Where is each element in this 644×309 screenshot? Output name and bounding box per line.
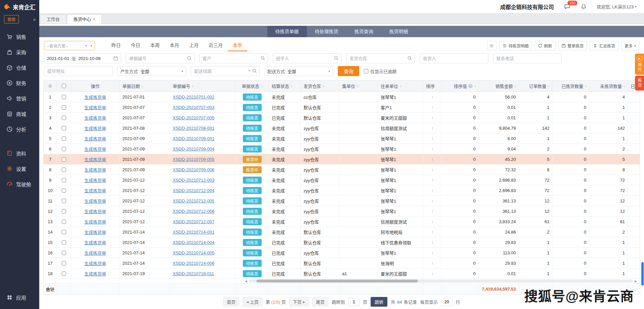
- query-plan-select[interactable]: --查询方案-- + ▾: [44, 41, 95, 50]
- sidebar-item-mall[interactable]: 商城: [0, 106, 39, 121]
- doc-no-link[interactable]: XSDD-20210714-006: [173, 261, 214, 266]
- sort-icons[interactable]: ↑↓: [141, 84, 143, 88]
- subtab-picking-detail[interactable]: 拣货明细: [381, 26, 416, 37]
- doc-no-link[interactable]: XSDD-20210714-004: [173, 240, 214, 245]
- column-settings-icon[interactable]: [48, 83, 53, 88]
- doc-no-link[interactable]: XSDD-20210708-001: [173, 126, 214, 131]
- close-tab-icon[interactable]: ×: [93, 17, 95, 22]
- collapse-sidebar-icon[interactable]: «: [33, 16, 36, 22]
- first-page-button[interactable]: 首页: [223, 297, 239, 307]
- generate-pick-order-link[interactable]: 生成拣货单: [84, 156, 106, 163]
- generate-pick-order-link[interactable]: 生成拣货单: [84, 208, 106, 214]
- row-checkbox[interactable]: [62, 271, 66, 276]
- generate-pick-order-link[interactable]: 生成拣货单: [84, 177, 106, 183]
- sort-icons[interactable]: ↑↓: [261, 84, 262, 88]
- quick-date-this-year[interactable]: 本年: [228, 40, 247, 51]
- sidebar-item-sales[interactable]: 销售: [0, 29, 39, 44]
- jump-page-input[interactable]: [348, 298, 360, 306]
- search-icon[interactable]: [252, 68, 257, 74]
- last-page-button[interactable]: 尾页: [312, 297, 328, 307]
- row-checkbox[interactable]: [62, 220, 66, 224]
- move-up-icon[interactable]: ↑: [431, 167, 434, 172]
- gen-method-select[interactable]: 产生方式 全部 ▾: [117, 66, 186, 76]
- settings-button[interactable]: [487, 41, 496, 50]
- search-icon[interactable]: [334, 56, 339, 62]
- pickup-address-input[interactable]: [44, 66, 113, 76]
- sort-icons[interactable]: ↑↓: [474, 84, 476, 88]
- hscroll-thumb[interactable]: [257, 280, 418, 283]
- doc-no-link[interactable]: XSDD-20210701-002: [173, 95, 214, 100]
- generate-pick-order-link[interactable]: 生成拣货单: [84, 115, 106, 121]
- help-icon[interactable]: ?: [468, 84, 473, 88]
- move-up-icon[interactable]: ↑: [431, 188, 434, 193]
- scroll-right-icon[interactable]: ▶: [635, 280, 637, 283]
- row-checkbox[interactable]: [62, 105, 66, 110]
- row-checkbox[interactable]: [62, 116, 66, 120]
- sidebar-item-finance[interactable]: 财务: [0, 75, 39, 90]
- pick-panel-button[interactable]: 拣货: [635, 76, 644, 90]
- doc-no-link[interactable]: XSDD-20210712-005: [173, 198, 214, 203]
- whole-order-pick-button[interactable]: 整单拣货: [558, 41, 587, 50]
- delivery-method-select[interactable]: 配送方式 全部 ▾: [264, 66, 333, 76]
- move-up-icon[interactable]: ↑: [431, 126, 434, 131]
- row-checkbox[interactable]: [62, 178, 66, 182]
- doc-no-link[interactable]: XSDD-20210712-007: [173, 219, 214, 224]
- doc-no-link[interactable]: XSDD-20210714-005: [173, 250, 214, 255]
- sort-icons[interactable]: ↑↓: [514, 84, 516, 88]
- refresh-button[interactable]: 刷新: [535, 41, 555, 50]
- overdue-filter[interactable]: 仅显示已逾期: [364, 68, 396, 74]
- summary-pick-button[interactable]: 汇总拣货: [590, 41, 619, 50]
- quick-date-yesterday[interactable]: 昨日: [106, 40, 126, 51]
- doc-no-link[interactable]: XSDD-20210709-004: [173, 146, 214, 151]
- scroll-left-icon[interactable]: ◀: [245, 280, 247, 283]
- move-up-icon[interactable]: ↑: [431, 261, 434, 266]
- user-menu[interactable]: 欢迎您, LK演示123 ▾: [597, 3, 637, 10]
- move-up-icon[interactable]: ↑: [431, 209, 434, 214]
- generate-pick-order-link[interactable]: 生成拣货单: [84, 187, 106, 194]
- tab-workbench[interactable]: 工作台: [40, 14, 66, 24]
- sidebar-item-marketing[interactable]: 营销: [0, 90, 39, 106]
- pinned-menu-button[interactable]: 常用: [4, 15, 19, 23]
- generate-pick-order-link[interactable]: 生成拣货单: [84, 219, 106, 225]
- subtab-pending-docs[interactable]: 待拣货单据: [267, 26, 307, 37]
- doc-no-link[interactable]: XSDD-20210709-006: [173, 167, 214, 172]
- move-up-icon[interactable]: ↑: [431, 240, 434, 245]
- doc-no-link[interactable]: XSDD-20210709-001: [173, 136, 214, 141]
- generate-pick-order-link[interactable]: 生成拣货单: [84, 125, 106, 131]
- row-checkbox[interactable]: [62, 261, 66, 265]
- generate-pick-order-link[interactable]: 生成拣货单: [84, 229, 106, 235]
- generate-pick-order-link[interactable]: 生成拣货单: [84, 135, 106, 142]
- warehouse-input[interactable]: [346, 53, 415, 63]
- generate-pick-order-link[interactable]: 生成拣货单: [84, 270, 106, 277]
- phone-input[interactable]: [493, 53, 562, 63]
- move-up-icon[interactable]: ↑: [431, 136, 434, 141]
- doc-no-link[interactable]: XSDD-20210712-006: [173, 209, 214, 214]
- quick-date-this-month[interactable]: 本月: [165, 40, 184, 51]
- row-checkbox[interactable]: [62, 199, 66, 203]
- sidebar-item-settings[interactable]: 设置: [0, 161, 39, 176]
- chevron-down-icon[interactable]: ▾: [89, 44, 92, 48]
- generate-pick-order-link[interactable]: 生成拣货单: [84, 250, 106, 256]
- generate-pick-order-link[interactable]: 生成拣货单: [84, 167, 106, 173]
- move-up-icon[interactable]: ↑: [431, 146, 434, 151]
- add-route-icon[interactable]: +: [248, 68, 251, 73]
- row-checkbox[interactable]: [62, 147, 66, 151]
- doc-no-link[interactable]: XSDD-20210709-005: [173, 157, 214, 162]
- doc-no-link[interactable]: XSDD-20210719-011: [173, 271, 214, 276]
- row-checkbox[interactable]: [62, 157, 66, 162]
- search-icon[interactable]: [407, 56, 412, 62]
- generate-pick-order-link[interactable]: 生成拣货单: [84, 239, 106, 246]
- quick-date-this-week[interactable]: 本周: [145, 40, 165, 51]
- sort-icons[interactable]: ↑↓: [585, 84, 586, 88]
- sort-icons[interactable]: ↑↓: [290, 84, 292, 88]
- date-range-picker[interactable]: 2021-01-01 至 2021-10-08: [44, 53, 121, 63]
- sidebar-item-analysis[interactable]: 分析: [0, 121, 39, 137]
- expand-panel-button[interactable]: ▶ 展开: [635, 54, 644, 75]
- doc-no-link[interactable]: XSDD-20210707-005: [173, 115, 214, 120]
- sort-icons[interactable]: ↑↓: [322, 84, 324, 88]
- doc-no-link[interactable]: XSDD-20210714-001: [173, 230, 214, 235]
- move-up-icon[interactable]: ↑: [431, 95, 434, 100]
- per-page-input[interactable]: [441, 298, 452, 306]
- quick-date-last-3-months[interactable]: 近三月: [204, 40, 228, 51]
- move-up-icon[interactable]: ↑: [431, 105, 434, 110]
